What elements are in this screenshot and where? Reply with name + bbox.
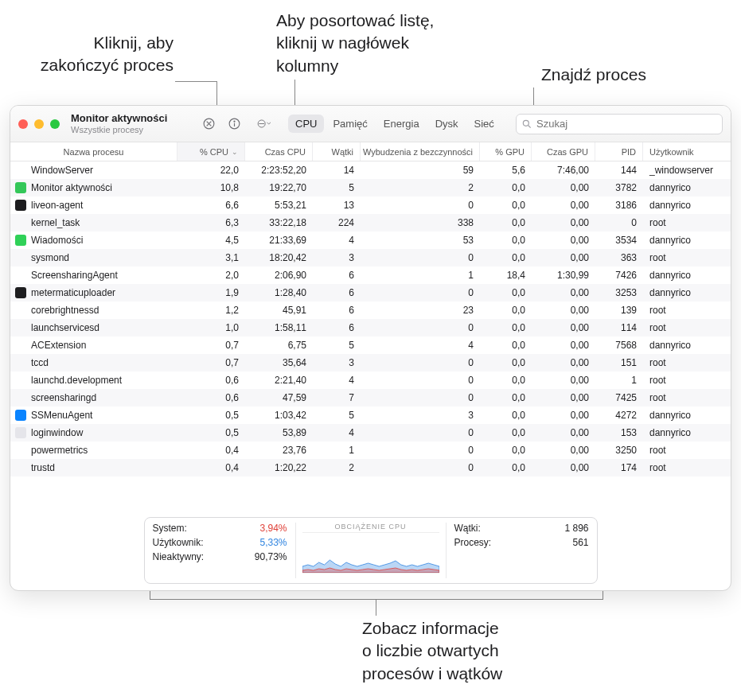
window-controls xyxy=(18,119,60,129)
cell-wakeups: 1 xyxy=(361,270,480,281)
cell-cpu: 0,6 xyxy=(177,392,245,403)
col-gpu[interactable]: % GPU xyxy=(480,142,532,161)
tab-memory[interactable]: Pamięć xyxy=(326,115,374,133)
col-threads[interactable]: Wątki xyxy=(313,142,361,161)
cell-gpu-time: 0,00 xyxy=(532,287,595,298)
processes-value: 561 xyxy=(572,537,588,548)
table-row[interactable]: screensharingd 0,6 47,59 7 0 0,0 0,00 74… xyxy=(10,389,731,406)
cell-pid: 363 xyxy=(595,252,643,263)
cell-cpu: 0,6 xyxy=(177,375,245,386)
options-menu-button[interactable] xyxy=(250,115,277,134)
cell-gpu: 0,0 xyxy=(480,322,532,333)
col-cpu[interactable]: % CPU⌄ xyxy=(177,142,245,161)
tab-energy[interactable]: Energia xyxy=(376,115,427,133)
cell-cpu-time: 1:58,11 xyxy=(245,322,313,333)
cell-gpu: 0,0 xyxy=(480,357,532,368)
table-row[interactable]: metermaticuploader 1,9 1:28,40 6 0 0,0 0… xyxy=(10,284,731,301)
cell-cpu: 2,0 xyxy=(177,270,245,281)
table-row[interactable]: launchd.development 0,6 2:21,40 4 0 0,0 … xyxy=(10,371,731,389)
cell-gpu-time: 0,00 xyxy=(532,200,595,211)
cell-cpu: 0,7 xyxy=(177,357,245,368)
app-icon xyxy=(15,427,26,438)
cell-gpu: 0,0 xyxy=(480,340,532,351)
svg-point-8 xyxy=(523,120,528,126)
table-row[interactable]: Monitor aktywności 10,8 19:22,70 5 2 0,0… xyxy=(10,179,731,196)
cell-user: dannyrico xyxy=(643,340,719,351)
cell-cpu-time: 33:22,18 xyxy=(245,217,313,228)
cell-name: metermaticuploader xyxy=(10,287,177,298)
system-value: 3,94% xyxy=(259,523,287,534)
idle-value: 90,73% xyxy=(255,551,287,562)
cell-gpu-time: 1:30,99 xyxy=(532,270,595,281)
cell-threads: 4 xyxy=(313,427,361,438)
cell-user: dannyrico xyxy=(643,287,719,298)
cell-gpu: 0,0 xyxy=(480,462,532,473)
process-name: liveon-agent xyxy=(31,200,83,211)
tab-network[interactable]: Sieć xyxy=(467,115,501,133)
cell-user: dannyrico xyxy=(643,182,719,193)
cell-cpu: 6,3 xyxy=(177,217,245,228)
stop-process-button[interactable] xyxy=(199,115,218,134)
process-name: metermaticuploader xyxy=(31,287,115,298)
cell-name: loginwindow xyxy=(10,427,177,438)
table-row[interactable]: loginwindow 0,5 53,89 4 0 0,0 0,00 153 d… xyxy=(10,424,731,441)
cell-threads: 5 xyxy=(313,340,361,351)
col-user[interactable]: Użytkownik xyxy=(643,142,719,161)
table-row[interactable]: trustd 0,4 1:20,22 2 0 0,0 0,00 174 root xyxy=(10,459,731,476)
cell-name: ACExtension xyxy=(10,340,177,351)
minimize-window-button[interactable] xyxy=(34,119,44,129)
cell-pid: 7425 xyxy=(595,392,643,403)
col-cpu-time[interactable]: Czas CPU xyxy=(245,142,313,161)
activity-monitor-window: Monitor aktywności Wszystkie procesy CPU… xyxy=(10,105,731,591)
cell-pid: 3186 xyxy=(595,200,643,211)
svg-line-9 xyxy=(528,125,531,127)
app-title: Monitor aktywności xyxy=(71,113,186,124)
cell-cpu-time: 53,89 xyxy=(245,427,313,438)
col-wakeups[interactable]: Wybudzenia z bezczynności xyxy=(361,142,480,161)
cell-name: tccd xyxy=(10,357,177,368)
process-name: tccd xyxy=(31,357,49,368)
table-row[interactable]: kernel_task 6,3 33:22,18 224 338 0,0 0,0… xyxy=(10,214,731,231)
table-row[interactable]: powermetrics 0,4 23,76 1 0 0,0 0,00 3250… xyxy=(10,441,731,459)
table-row[interactable]: tccd 0,7 35,64 3 0 0,0 0,00 151 root xyxy=(10,354,731,371)
cell-cpu: 3,1 xyxy=(177,252,245,263)
table-row[interactable]: ACExtension 0,7 6,75 5 4 0,0 0,00 7568 d… xyxy=(10,336,731,354)
cell-user: _windowserver xyxy=(643,165,719,176)
cell-user: root xyxy=(643,445,719,456)
search-input[interactable] xyxy=(536,118,717,130)
cell-user: root xyxy=(643,392,719,403)
cell-cpu: 10,8 xyxy=(177,182,245,193)
search-field[interactable] xyxy=(516,114,723,134)
cell-name: WindowServer xyxy=(10,165,177,176)
process-name: loginwindow xyxy=(31,427,83,438)
cell-pid: 114 xyxy=(595,322,643,333)
cell-name: screensharingd xyxy=(10,392,177,403)
table-row[interactable]: ScreensharingAgent 2,0 2:06,90 6 1 18,4 … xyxy=(10,266,731,284)
process-table: WindowServer 22,0 2:23:52,20 14 59 5,6 7… xyxy=(10,161,731,509)
table-row[interactable]: WindowServer 22,0 2:23:52,20 14 59 5,6 7… xyxy=(10,161,731,179)
cell-wakeups: 0 xyxy=(361,427,480,438)
cell-gpu: 0,0 xyxy=(480,200,532,211)
tab-cpu[interactable]: CPU xyxy=(288,115,324,133)
zoom-window-button[interactable] xyxy=(50,119,60,129)
cell-name: Wiadomości xyxy=(10,235,177,246)
col-cpu-label: % CPU xyxy=(200,147,228,157)
table-row[interactable]: sysmond 3,1 18:20,42 3 0 0,0 0,00 363 ro… xyxy=(10,249,731,266)
cell-threads: 3 xyxy=(313,357,361,368)
close-window-button[interactable] xyxy=(18,119,28,129)
table-row[interactable]: launchservicesd 1,0 1:58,11 6 0 0,0 0,00… xyxy=(10,319,731,336)
tab-disk[interactable]: Dysk xyxy=(428,115,466,133)
col-gpu-time[interactable]: Czas GPU xyxy=(532,142,595,161)
table-row[interactable]: liveon-agent 6,6 5:53,21 13 0 0,0 0,00 3… xyxy=(10,196,731,214)
table-row[interactable]: Wiadomości 4,5 21:33,69 4 53 0,0 0,00 35… xyxy=(10,231,731,249)
callout-summary-line xyxy=(376,600,376,616)
cell-gpu-time: 0,00 xyxy=(532,182,595,193)
table-row[interactable]: SSMenuAgent 0,5 1:03,42 5 3 0,0 0,00 427… xyxy=(10,406,731,424)
col-name[interactable]: Nazwa procesu xyxy=(10,142,177,161)
table-row[interactable]: corebrightnessd 1,2 45,91 6 23 0,0 0,00 … xyxy=(10,301,731,319)
cell-wakeups: 0 xyxy=(361,445,480,456)
col-pid[interactable]: PID xyxy=(595,142,643,161)
inspect-process-button[interactable] xyxy=(224,115,244,134)
cell-cpu-time: 21:33,69 xyxy=(245,235,313,246)
process-name: ACExtension xyxy=(31,340,86,351)
